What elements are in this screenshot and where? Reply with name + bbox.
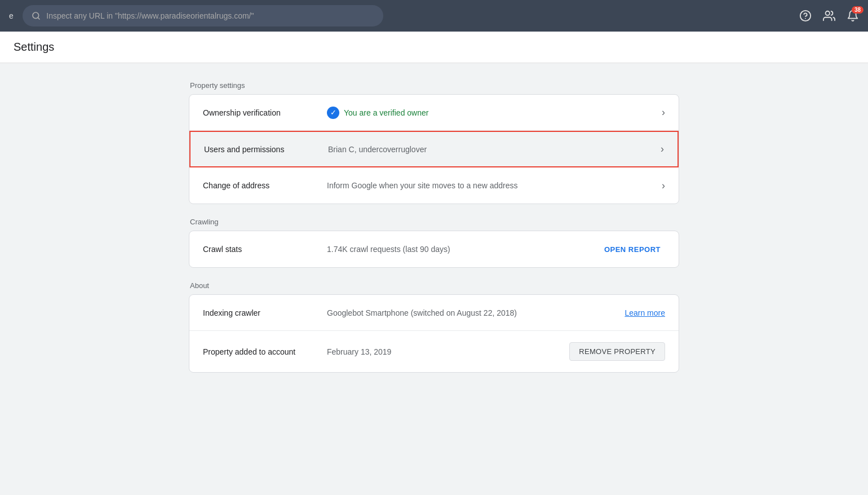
topbar-left-text: e <box>9 11 14 20</box>
indexing-crawler-action[interactable]: Learn more <box>625 308 665 317</box>
page-title-bar: Settings <box>0 32 868 63</box>
ownership-verification-action: › <box>662 107 665 118</box>
topbar: e <box>0 0 868 32</box>
ownership-verification-value: ✓ You are a verified owner <box>327 107 662 119</box>
indexing-crawler-row: Indexing crawler Googlebot Smartphone (s… <box>189 295 679 331</box>
crawling-label: Crawling <box>189 218 679 226</box>
users-permissions-row[interactable]: Users and permissions Brian C, undercove… <box>189 131 679 167</box>
crawl-stats-label: Crawl stats <box>203 245 327 254</box>
about-section: About Indexing crawler Googlebot Smartph… <box>189 281 679 373</box>
about-card: Indexing crawler Googlebot Smartphone (s… <box>189 294 679 373</box>
topbar-right: 38 <box>799 10 859 22</box>
users-permissions-text: Brian C, undercoverruglover <box>328 145 427 154</box>
crawling-card: Crawl stats 1.74K crawl requests (last 9… <box>189 231 679 268</box>
crawl-stats-action[interactable]: OPEN REPORT <box>600 243 665 256</box>
indexing-crawler-text: Googlebot Smartphone (switched on August… <box>327 308 517 317</box>
property-added-action[interactable]: REMOVE PROPERTY <box>569 342 665 361</box>
change-address-value: Inform Google when your site moves to a … <box>327 181 662 190</box>
open-report-button[interactable]: OPEN REPORT <box>600 243 665 256</box>
learn-more-button[interactable]: Learn more <box>625 308 665 317</box>
users-permissions-chevron-icon: › <box>661 143 664 155</box>
ownership-verification-row[interactable]: Ownership verification ✓ You are a verif… <box>189 95 679 131</box>
users-permissions-label: Users and permissions <box>204 145 328 154</box>
crawling-section: Crawling Crawl stats 1.74K crawl request… <box>189 218 679 268</box>
main-content: Property settings Ownership verification… <box>0 63 868 404</box>
users-permissions-value: Brian C, undercoverruglover <box>328 145 661 154</box>
ownership-chevron-icon: › <box>662 107 665 118</box>
change-address-label: Change of address <box>203 181 327 190</box>
notifications-wrap[interactable]: 38 <box>847 10 859 22</box>
property-added-label: Property added to account <box>203 347 327 356</box>
help-icon[interactable] <box>799 10 812 22</box>
crawl-stats-text: 1.74K crawl requests (last 90 days) <box>327 245 450 254</box>
verified-check-icon: ✓ <box>327 107 339 119</box>
notification-badge: 38 <box>852 6 863 14</box>
users-permissions-action: › <box>661 143 664 155</box>
change-address-row[interactable]: Change of address Inform Google when you… <box>189 167 679 204</box>
about-label: About <box>189 281 679 290</box>
svg-point-4 <box>826 11 830 15</box>
remove-property-button[interactable]: REMOVE PROPERTY <box>569 342 665 361</box>
change-address-text: Inform Google when your site moves to a … <box>327 181 518 190</box>
search-bar[interactable] <box>23 5 383 26</box>
verified-text: You are a verified owner <box>344 108 428 117</box>
property-settings-label: Property settings <box>189 81 679 90</box>
svg-line-1 <box>38 17 39 19</box>
property-added-value: February 13, 2019 <box>327 347 569 356</box>
account-icon[interactable] <box>823 10 835 22</box>
property-added-row: Property added to account February 13, 2… <box>189 331 679 372</box>
url-inspect-input[interactable] <box>46 11 374 20</box>
property-settings-section: Property settings Ownership verification… <box>189 81 679 204</box>
ownership-verification-label: Ownership verification <box>203 108 327 117</box>
indexing-crawler-label: Indexing crawler <box>203 308 327 317</box>
property-added-date: February 13, 2019 <box>327 347 391 356</box>
crawl-stats-value: 1.74K crawl requests (last 90 days) <box>327 245 600 254</box>
indexing-crawler-value: Googlebot Smartphone (switched on August… <box>327 308 625 317</box>
page-title: Settings <box>14 41 54 54</box>
property-settings-card: Ownership verification ✓ You are a verif… <box>189 94 679 204</box>
crawl-stats-row[interactable]: Crawl stats 1.74K crawl requests (last 9… <box>189 231 679 267</box>
change-address-action: › <box>662 180 665 192</box>
change-address-chevron-icon: › <box>662 180 665 192</box>
search-icon <box>32 11 41 20</box>
